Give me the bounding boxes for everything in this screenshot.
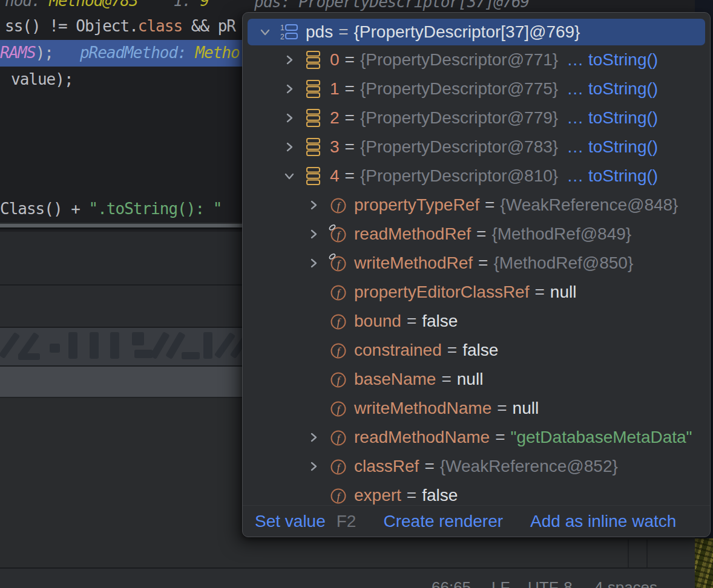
equals-sign: = — [407, 312, 416, 331]
chevron-right-icon[interactable] — [306, 430, 321, 445]
tree-row-pds[interactable]: 12pds={PropertyDescriptor[37]@769} — [248, 19, 705, 45]
tree-row-readMethodName[interactable]: freadMethodName="getDatabaseMetaData" — [243, 423, 710, 452]
code-token: ss() != Object. — [5, 17, 138, 35]
chevron-right-icon[interactable] — [282, 82, 297, 96]
variable-value: {PropertyDescriptor@783} — [360, 137, 558, 157]
equals-sign: = — [495, 428, 505, 447]
debugger-inspect-popup: 12pds={PropertyDescriptor[37]@769}0={Pro… — [242, 12, 711, 537]
tree-row-2[interactable]: 2={PropertyDescriptor@779}… toString() — [243, 103, 710, 132]
code-token: Metho — [195, 44, 239, 62]
element-variable-icon — [304, 137, 323, 157]
chevron-right-icon[interactable] — [306, 227, 321, 241]
status-caret-position[interactable]: 66:65 — [432, 578, 471, 588]
tostring-link[interactable]: … toString() — [567, 166, 658, 186]
variable-value: {PropertyDescriptor@810} — [360, 166, 558, 186]
field-icon: f — [329, 399, 347, 418]
svg-text:f: f — [337, 287, 341, 299]
variable-name: pds — [306, 22, 333, 42]
variable-name: propertyEditorClassRef — [354, 283, 529, 302]
tostring-link[interactable]: … toString() — [567, 108, 658, 128]
variable-name: propertyTypeRef — [354, 195, 479, 215]
tostring-link[interactable]: … toString() — [567, 79, 658, 99]
equals-sign: = — [485, 195, 494, 215]
code-token: Method@783 — [49, 0, 138, 10]
tostring-link[interactable]: … toString() — [567, 137, 658, 157]
equals-sign: = — [497, 399, 507, 418]
code-token: RAMS — [0, 44, 36, 62]
array-variable-icon: 12 — [280, 22, 298, 42]
equals-sign: = — [534, 283, 544, 302]
svg-text:f: f — [337, 491, 341, 502]
field-icon: f — [329, 195, 347, 215]
field-icon: f — [329, 428, 347, 447]
chevron-spacer — [306, 285, 321, 299]
element-variable-icon — [304, 50, 323, 70]
tree-row-writeMethodName[interactable]: fwriteMethodName=null — [243, 394, 710, 423]
variable-value: {PropertyDescriptor[37]@769} — [354, 22, 580, 42]
variable-value: {MethodRef@849} — [491, 224, 631, 244]
status-line-ending[interactable]: LF — [491, 578, 510, 588]
variable-value: null — [550, 283, 577, 302]
desktop-wallpaper — [695, 538, 713, 588]
chevron-right-icon[interactable] — [306, 198, 321, 212]
equals-sign: = — [345, 108, 355, 128]
tree-row-3[interactable]: 3={PropertyDescriptor@783}… toString() — [243, 132, 710, 162]
variable-value: "getDatabaseMetaData" — [510, 428, 692, 447]
variable-value: {PropertyDescriptor@779} — [360, 108, 558, 128]
chevron-down-icon[interactable] — [282, 169, 297, 183]
code-token — [138, 0, 174, 10]
code-token: value); — [11, 70, 73, 88]
tree-row-1[interactable]: 1={PropertyDescriptor@775}… toString() — [243, 74, 710, 103]
status-indent[interactable]: 4 spaces — [594, 578, 657, 588]
tree-row-4[interactable]: 4={PropertyDescriptor@810}… toString() — [243, 162, 710, 191]
variable-value: null — [513, 399, 539, 418]
tree-row-propertyEditorClassRef[interactable]: fpropertyEditorClassRef=null — [243, 278, 710, 307]
add-inline-watch-link[interactable]: Add as inline watch — [530, 512, 676, 531]
create-renderer-link[interactable]: Create renderer — [383, 512, 503, 531]
chevron-right-icon[interactable] — [282, 140, 297, 154]
equals-sign: = — [424, 457, 434, 476]
editor-splitter-bar[interactable] — [0, 223, 242, 229]
faded-hint-line: pds: PropertyDescriptor[37]@769 — [254, 0, 529, 11]
set-value-shortcut: F2 — [337, 512, 356, 531]
set-value-link[interactable]: Set value — [255, 512, 326, 531]
field-icon: f — [329, 370, 347, 389]
variable-name: bound — [354, 312, 401, 331]
chevron-right-icon[interactable] — [282, 53, 297, 67]
svg-text:f: f — [337, 374, 341, 386]
chevron-down-icon[interactable] — [258, 25, 272, 39]
chevron-spacer — [306, 343, 321, 358]
variable-name: 3 — [330, 137, 340, 157]
tree-row-baseName[interactable]: fbaseName=null — [243, 365, 710, 394]
tree-row-writeMethodRef[interactable]: fwriteMethodRef={MethodRef@850} — [243, 249, 710, 278]
variable-value: false — [422, 486, 458, 505]
equals-sign: = — [345, 137, 355, 157]
tree-row-readMethodRef[interactable]: freadMethodRef={MethodRef@849} — [243, 220, 710, 249]
tree-row-constrained[interactable]: fconstrained=false — [243, 336, 710, 365]
code-token — [53, 44, 80, 62]
tree-row-bound[interactable]: fbound=false — [243, 307, 710, 336]
chevron-right-icon[interactable] — [282, 111, 297, 125]
chevron-right-icon[interactable] — [306, 256, 321, 270]
svg-text:f: f — [337, 462, 341, 473]
variable-value: {PropertyDescriptor@775} — [360, 79, 558, 99]
svg-text:f: f — [337, 345, 341, 357]
variable-value: {PropertyDescriptor@771} — [360, 50, 558, 70]
tree-row-0[interactable]: 0={PropertyDescriptor@771}… toString() — [243, 45, 710, 74]
popup-footer: Set value F2 Create renderer Add as inli… — [243, 505, 710, 537]
equals-sign: = — [345, 166, 355, 186]
variable-value: false — [422, 312, 458, 331]
tree-row-classRef[interactable]: fclassRef={WeakReference@852} — [243, 452, 710, 481]
status-encoding[interactable]: UTF-8 — [528, 578, 573, 588]
ide-screen: hod: Method@783 1: 9ss() != Object.class… — [0, 0, 713, 588]
svg-text:f: f — [337, 433, 341, 444]
field-icon: f — [329, 341, 347, 360]
variable-name: readMethodName — [354, 428, 490, 447]
tostring-link[interactable]: … toString() — [567, 50, 658, 70]
element-variable-icon — [304, 79, 323, 99]
chevron-right-icon[interactable] — [306, 459, 321, 474]
chevron-spacer — [306, 314, 321, 328]
equals-sign: = — [345, 50, 355, 70]
svg-text:f: f — [337, 200, 341, 212]
tree-row-propertyTypeRef[interactable]: fpropertyTypeRef={WeakReference@848} — [243, 191, 710, 220]
